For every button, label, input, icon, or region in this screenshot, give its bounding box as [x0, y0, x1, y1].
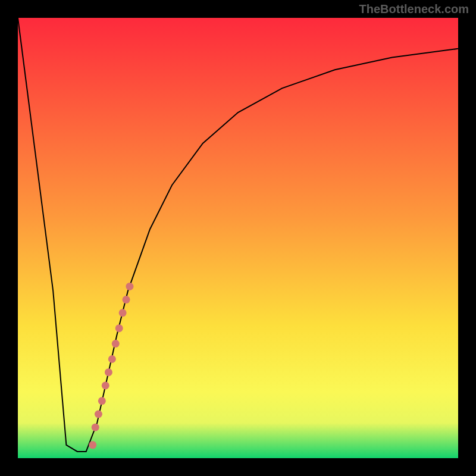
- data-dot: [115, 324, 123, 332]
- watermark-text: TheBottleneck.com: [359, 2, 469, 15]
- bottleneck-chart: TheBottleneck.com: [0, 0, 476, 476]
- data-dot: [105, 368, 112, 376]
- data-dot: [123, 296, 130, 303]
- data-dot: [92, 424, 99, 431]
- data-dot: [126, 283, 133, 290]
- data-dot: [102, 381, 109, 389]
- gradient-background: [18, 18, 458, 458]
- data-dot: [89, 441, 96, 449]
- data-dot: [112, 340, 120, 347]
- data-dot: [95, 411, 102, 418]
- data-dot: [119, 309, 127, 317]
- data-dot: [98, 397, 106, 405]
- data-dot: [108, 355, 116, 363]
